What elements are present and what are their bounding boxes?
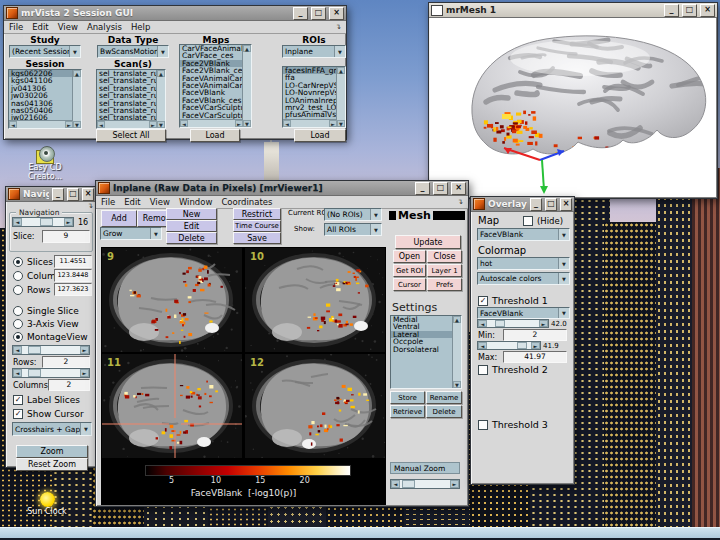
chevron-down-icon[interactable]: ▼ [558,308,569,318]
threshold1-map-dropdown[interactable]: FaceVBlank▼ [477,307,570,319]
navigation-titlebar[interactable]: Navigation... _ □ × [6,187,96,202]
horizontal-scrollbar[interactable]: ◄► [97,120,157,128]
rois-list[interactable]: facesInFFA_grayffaLO-CarNrepVScrLO-Novnr… [282,66,346,128]
rows-field[interactable]: 2 [42,356,90,368]
session-gui-titlebar[interactable]: mrVista 2 Session GUI _ □ × [4,6,346,21]
brain-slice-11[interactable]: 11 [102,354,242,462]
restrict-button[interactable]: Restrict [233,208,281,220]
dock-icon[interactable]: ↴ [335,23,341,31]
close-button[interactable]: × [700,4,715,17]
rois-dropdown[interactable]: Inplane▼ [282,45,346,58]
reset-zoom-button[interactable]: Reset Zoom [16,458,88,471]
scans-list[interactable]: sel_translate_run scripsel_translate_run… [96,69,166,129]
minimize-button[interactable]: _ [664,4,679,17]
menu-coordinates[interactable]: Coordinates [221,197,272,207]
menu-file[interactable]: File [9,22,23,32]
threshold1-min-slider[interactable]: ◄► [477,319,549,328]
mrmesh-titlebar[interactable]: mrMesh 1 _ □ × [429,3,717,18]
horizontal-scrollbar[interactable]: ◄► [180,119,243,127]
manual-zoom-slider[interactable]: ◄► [390,479,460,489]
radio-slices[interactable]: Slices [13,257,53,267]
vertical-scrollbar[interactable]: ▲▼ [242,45,251,127]
mesh-settings-list[interactable]: MedialVentralLateralOccpoleDorsolateral … [390,315,462,389]
chevron-down-icon[interactable]: ▼ [558,258,569,269]
map-item[interactable]: FaceVCarSculpture_ce [180,112,243,119]
menu-analysis[interactable]: Analysis [87,22,122,32]
update-button[interactable]: Update [395,235,461,249]
new-button[interactable]: New [166,208,217,220]
chevron-down-icon[interactable]: ▼ [558,229,569,240]
menu-view[interactable]: View [58,22,78,32]
maximize-button[interactable]: □ [311,7,326,20]
minimize-button[interactable]: _ [415,182,430,195]
slice-slider[interactable]: ◄► [12,217,74,227]
maps-list[interactable]: CarVFaceAnimalSculptCarVFace_cesFace2VBl… [179,44,252,128]
chevron-down-icon[interactable]: ▼ [150,228,161,239]
retrieve-button[interactable]: Retrieve [390,405,425,418]
delete-button[interactable]: Delete [166,232,217,244]
chevron-down-icon[interactable]: ▼ [334,46,345,57]
map-dropdown[interactable]: FaceVBlank▼ [477,228,570,241]
menu-view[interactable]: View [150,197,170,207]
vertical-scrollbar[interactable]: ▲▼ [336,67,345,127]
min-field[interactable]: 2 [503,329,567,341]
mesh-3d-view[interactable] [430,18,716,197]
radio-rows[interactable]: Rows [13,285,50,295]
radio-3axis-view[interactable]: 3-Axis View [13,319,79,329]
minimize-button[interactable]: _ [293,7,308,20]
close-button[interactable]: Close [427,250,462,263]
desktop-icon-sun-clock[interactable]: Sun Clock [14,492,80,516]
brain-slice-10[interactable]: 10 [245,248,385,356]
slices-value-field[interactable]: 11.4551 [54,255,92,268]
study-dropdown[interactable]: (Recent Sessions)▼ [9,45,81,58]
brain-slice-9[interactable]: 9 [102,248,242,356]
label-slices-checkbox[interactable]: ✓Label Slices [13,395,80,405]
threshold1-max-slider[interactable]: ◄► [477,341,541,350]
chevron-down-icon[interactable]: ▼ [157,46,168,57]
columns-slider[interactable]: ◄► [12,368,90,378]
rows-slider[interactable]: ◄► [12,345,90,355]
horizontal-scrollbar[interactable]: ◄► [9,120,73,128]
autoscale-dropdown[interactable]: Autoscale colors▼ [477,272,570,285]
columns-value-field[interactable]: 123.8448 [54,269,92,282]
cursor-mode-dropdown[interactable]: Crosshairs + Gap▼ [12,422,92,436]
show-rois-dropdown[interactable]: All ROIs▼ [324,223,382,236]
colormap-dropdown[interactable]: hot▼ [477,257,570,270]
chevron-down-icon[interactable]: ▼ [80,423,91,435]
max-field[interactable]: 41.97 [503,351,567,363]
maximize-button[interactable]: □ [67,188,79,201]
close-button[interactable]: × [560,198,572,211]
zoom-button[interactable]: Zoom [16,445,88,458]
close-button[interactable]: × [329,7,344,20]
menu-file[interactable]: File [101,197,115,207]
session-list[interactable]: kgs062206kgs041106jv041306jw030206nas041… [8,69,82,129]
vertical-scrollbar[interactable]: ▲▼ [156,70,165,128]
vertical-scrollbar[interactable]: ▲▼ [452,316,461,388]
viewer-titlebar[interactable]: Inplane (Raw Data in Pixels) [mrViewer1]… [96,181,468,196]
montage-view[interactable]: 9101112 5101520 FaceVBlank [-log10(p)] [101,247,386,505]
minimize-button[interactable]: _ [52,188,64,201]
columns-field[interactable]: 2 [48,379,90,391]
minimize-button[interactable]: _ [530,198,542,211]
brain-slice-12[interactable]: 12 [245,354,385,462]
load-maps-button[interactable]: Load [190,129,240,142]
store-button[interactable]: Store [390,391,425,404]
show-cursor-checkbox[interactable]: ✓Show Cursor [13,409,84,419]
prefs-button[interactable]: Prefs [427,278,462,291]
time-course-button[interactable]: Time Course [233,220,281,232]
load-rois-button[interactable]: Load [294,129,346,142]
add-roi-button[interactable]: Add [101,210,137,227]
rename-button[interactable]: Rename [426,391,462,404]
chevron-down-icon[interactable]: ▼ [370,209,381,220]
radio-single-slice[interactable]: Single Slice [13,306,79,316]
close-button[interactable]: × [82,188,94,201]
menu-help[interactable]: Help [131,22,150,32]
radio-montage-view[interactable]: MontageView [13,332,88,342]
maximize-button[interactable]: □ [433,182,448,195]
dock-icon[interactable]: ↴ [457,198,463,206]
cursor-button[interactable]: Cursor [393,278,426,291]
menu-window[interactable]: Window [179,197,213,207]
slice-field[interactable]: 9 [42,230,90,243]
layer-button[interactable]: Layer 1 [427,264,462,277]
rows-value-field[interactable]: 127.3623 [54,283,92,296]
